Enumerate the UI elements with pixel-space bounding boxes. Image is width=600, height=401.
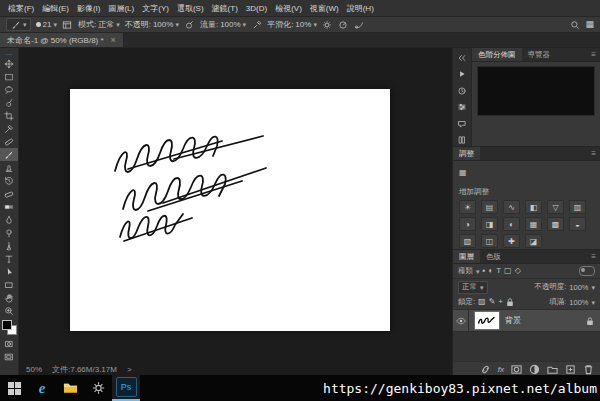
tool-hand[interactable] [0,291,18,304]
comments-icon[interactable] [456,118,468,130]
layer-blend-mode-select[interactable]: 正常 ▾ [458,281,488,294]
opacity-option[interactable]: 不透明: 100% ▾ [125,19,179,30]
tool-lasso[interactable] [0,83,18,96]
tab-layers[interactable]: 圖層 [453,250,480,263]
menu-help[interactable]: 說明(H) [343,3,378,14]
blend-mode-option[interactable]: 模式: 正常 ▾ [78,19,120,30]
tab-navigator[interactable]: 導覽器 [522,48,557,61]
properties-icon[interactable] [456,102,468,114]
filter-type-layers-icon[interactable]: T [496,267,501,275]
tool-type[interactable] [0,252,18,265]
brush-angle-icon[interactable] [338,19,349,30]
status-expander-icon[interactable]: > [127,365,132,374]
adjustment-gradient-map-icon[interactable]: ◪ [525,234,542,248]
tool-quick-mask[interactable] [0,337,18,350]
brush-preset-picker[interactable]: 21 ▾ [36,20,57,29]
zoom-level[interactable]: 50% [26,365,42,374]
tool-dodge[interactable] [0,226,18,239]
add-layer-mask-icon[interactable] [510,363,522,375]
settings-taskbar-button[interactable] [84,375,112,401]
adjustment-hue-saturation-icon[interactable]: ▥ [569,200,586,214]
tool-zoom[interactable] [0,304,18,317]
toggle-brush-settings-panel-icon[interactable] [62,19,73,30]
adjustment-threshold-icon[interactable]: ◫ [481,234,498,248]
layer-row-background[interactable]: 背景 [453,310,600,332]
delete-layer-icon[interactable] [582,363,594,375]
adjustment-posterize-icon[interactable]: ▧ [459,234,476,248]
photoshop-taskbar-button[interactable]: Ps [112,375,140,401]
tool-gradient[interactable] [0,200,18,213]
menu-select[interactable]: 選取(S) [173,3,208,14]
adjustment-exposure-icon[interactable]: ◧ [525,200,542,214]
search-icon[interactable] [569,19,580,30]
tool-quick-selection[interactable] [0,96,18,109]
menu-image[interactable]: 影像(I) [73,3,105,14]
menu-filter[interactable]: 濾鏡(T) [208,3,242,14]
adjustment-vibrance-icon[interactable]: ▽ [547,200,564,214]
filter-smart-objects-icon[interactable]: ◇ [515,267,521,275]
canvas[interactable] [70,89,390,331]
tool-screen-mode[interactable] [0,350,18,363]
tab-adjustments[interactable]: 調整 [453,147,480,160]
airbrush-icon[interactable] [251,19,262,30]
menu-file[interactable]: 檔案(F) [4,3,38,14]
adjustment-black-white-icon[interactable]: ◨ [481,217,498,231]
smoothing-option[interactable]: 平滑化: 10% ▾ [267,19,317,30]
menu-edit[interactable]: 編輯(E) [38,3,73,14]
adjustment-color-lookup-icon[interactable]: ▩ [547,217,564,231]
lock-pixels-icon[interactable]: ✎ [489,298,496,306]
workspace-switcher-icon[interactable]: ▦ [585,20,594,29]
adjustments-presets-icon[interactable]: ▦ [459,169,467,177]
menu-window[interactable]: 視窗(W) [306,3,343,14]
file-explorer-taskbar-button[interactable] [56,375,84,401]
color-swatches[interactable] [2,320,17,335]
filter-shape-layers-icon[interactable]: ▢ [504,267,512,275]
tool-clone-stamp[interactable] [0,161,18,174]
link-layers-icon[interactable] [480,363,492,375]
tool-eyedropper[interactable] [0,122,18,135]
layer-visibility-toggle[interactable] [453,310,469,331]
tool-shape[interactable] [0,278,18,291]
tool-preset-picker[interactable]: ▾ [6,18,31,31]
smoothing-gear-icon[interactable] [322,19,333,30]
foreground-color-swatch[interactable] [2,320,12,330]
adjustment-photo-filter-icon[interactable]: ◐ [503,217,520,231]
panel-menu-icon[interactable]: ≡ [587,48,600,61]
flow-option[interactable]: 流量: 100% ▾ [200,19,246,30]
adjustment-channel-mixer-icon[interactable]: ▦ [525,217,542,231]
adjustment-brightness-contrast-icon[interactable]: ☀ [459,200,476,214]
edge-taskbar-button[interactable]: e [28,375,56,401]
filter-adjustment-layers-icon[interactable]: ◐ [488,267,493,275]
menu-view[interactable]: 檢視(V) [271,3,306,14]
pressure-opacity-icon[interactable] [184,19,195,30]
layer-style-fx-icon[interactable]: fx [498,365,504,374]
panel-menu-icon[interactable]: ≡ [587,250,600,263]
tool-move[interactable] [0,57,18,70]
layer-thumbnail[interactable] [474,311,500,330]
close-tab-icon[interactable]: × [111,35,116,45]
tab-histogram[interactable]: 色階分佈圖 [472,48,522,61]
menu-layer[interactable]: 圖層(L) [104,3,138,14]
tool-blur[interactable] [0,213,18,226]
history-icon[interactable] [456,85,468,97]
tool-crop[interactable] [0,109,18,122]
pressure-size-icon[interactable] [354,19,365,30]
tool-path-selection[interactable] [0,265,18,278]
adjustment-curves-icon[interactable]: ∿ [503,200,520,214]
tab-channels[interactable]: 色版 [480,250,507,263]
libraries-icon[interactable] [456,135,468,147]
actions-icon[interactable] [456,69,468,81]
tool-eraser[interactable] [0,187,18,200]
new-adjustment-layer-icon[interactable] [528,363,540,375]
tool-pen[interactable] [0,239,18,252]
lock-position-icon[interactable]: + [498,298,503,306]
lock-transparency-icon[interactable]: ▨ [478,298,486,306]
panel-menu-icon[interactable]: ≡ [587,147,600,160]
menu-type[interactable]: 文字(Y) [138,3,173,14]
new-group-icon[interactable] [546,363,558,375]
document-tab[interactable]: 未命名-1 @ 50% (RGB/8) * × [0,33,124,47]
layer-opacity-value[interactable]: 100% [569,283,588,292]
lock-all-icon[interactable] [506,297,514,307]
adjustment-invert-icon[interactable]: ◒ [569,217,586,231]
background-lock-icon[interactable] [586,316,594,326]
